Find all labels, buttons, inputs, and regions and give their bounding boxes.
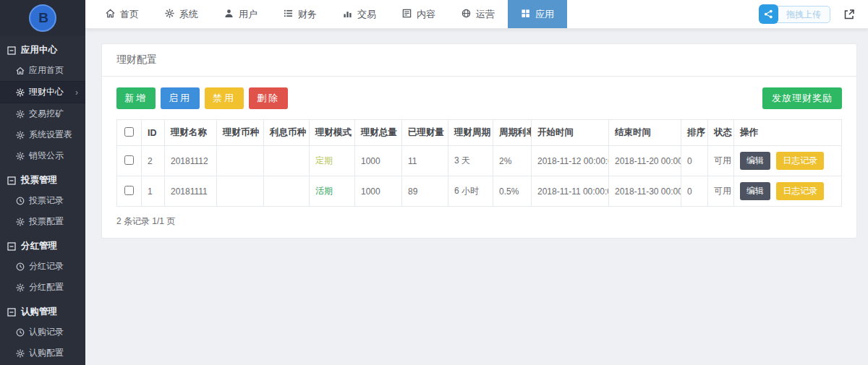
cell-status: 可用 [708, 146, 734, 176]
table-header-row: ID 理财名称 理财币种 利息币种 理财模式 理财总量 已理财量 理财周期 周期… [117, 120, 842, 146]
gear-icon [16, 152, 25, 160]
sidebar-item-dividend-records[interactable]: 分红记录 [0, 256, 85, 277]
col-actions: 操作 [734, 120, 842, 146]
toolbar: 新增 启用 禁用 删除 发放理财奖励 [116, 87, 842, 109]
col-mode: 理财模式 [310, 120, 355, 146]
tab-system[interactable]: 系统 [152, 0, 211, 28]
col-status: 状态 [708, 120, 734, 146]
grid-icon [521, 9, 530, 20]
brand-logo[interactable]: B [0, 0, 85, 36]
col-sort: 排序 [681, 120, 708, 146]
col-id: ID [142, 120, 165, 146]
edit-button[interactable]: 编辑 [740, 182, 770, 200]
tab-operation[interactable]: 运营 [448, 0, 508, 28]
row-checkbox-cell [117, 176, 142, 207]
cell-period: 6 小时 [448, 176, 493, 207]
brand-logo-icon: B [29, 4, 56, 32]
sidebar-item-finance-center[interactable]: 理财中心 › [0, 81, 85, 103]
cell-invested: 11 [402, 146, 448, 176]
cell-end-time: 2018-11-30 00:00:00 [609, 176, 681, 207]
upload-control: 拖拽上传 [770, 6, 830, 23]
sidebar-section-app-center[interactable]: 应用中心 [0, 36, 85, 60]
tab-users[interactable]: 用户 [211, 0, 271, 28]
globe-icon [461, 9, 471, 20]
sidebar-item-subscription-records[interactable]: 认购记录 [0, 322, 85, 343]
cell-invested: 89 [402, 176, 448, 207]
edit-button[interactable]: 编辑 [740, 152, 770, 170]
tab-home[interactable]: 首页 [93, 0, 152, 28]
row-checkbox[interactable] [124, 186, 134, 195]
cell-total: 1000 [355, 146, 402, 176]
distribute-reward-button[interactable]: 发放理财奖励 [762, 87, 842, 109]
cell-name: 20181112 [165, 146, 217, 176]
top-nav: 首页 系统 用户 财务 交易 内容 运营 应用 [85, 0, 868, 29]
share-nodes-icon[interactable] [759, 4, 778, 24]
sidebar-item-dividend-config[interactable]: 分红配置 [0, 277, 85, 298]
delete-button[interactable]: 删除 [249, 87, 288, 109]
finance-config-panel: 理财配置 新增 启用 禁用 删除 发放理财奖励 ID 理财名称 理财币种 利息币… [101, 43, 857, 239]
sidebar-item-label: 应用首页 [29, 64, 64, 77]
tab-trade[interactable]: 交易 [330, 0, 389, 28]
sidebar-item-label: 分红记录 [29, 260, 64, 272]
sidebar-item-label: 投票记录 [29, 194, 64, 207]
log-record-button[interactable]: 日志记录 [776, 182, 824, 200]
cell-id: 1 [142, 176, 165, 207]
gear-icon [16, 88, 25, 97]
gear-icon [16, 349, 25, 358]
tab-finance[interactable]: 财务 [271, 0, 330, 28]
sidebar-item-label: 认购配置 [29, 347, 64, 359]
external-link-icon[interactable] [841, 6, 858, 23]
disable-button[interactable]: 禁用 [205, 87, 244, 109]
sidebar-item-app-home[interactable]: 应用首页 [0, 60, 85, 81]
cell-end-time: 2018-11-20 00:00:00 [609, 146, 681, 176]
drag-upload-button[interactable]: 拖拽上传 [770, 6, 830, 23]
table-row: 2 20181112 定期 1000 11 3 天 2% 2018-11-12 … [117, 146, 842, 176]
tab-label: 首页 [120, 8, 139, 21]
user-icon [224, 9, 234, 20]
history-icon [16, 262, 25, 271]
tab-label: 运营 [476, 8, 495, 21]
sidebar-item-destroy-notice[interactable]: 销毁公示 [0, 145, 85, 166]
cell-start-time: 2018-11-12 00:00:00 [532, 146, 609, 176]
tab-content[interactable]: 内容 [389, 0, 448, 28]
sidebar-item-label: 理财中心 [29, 86, 64, 98]
select-all-checkbox[interactable] [124, 127, 134, 137]
tab-label: 内容 [417, 8, 435, 21]
cell-status: 可用 [708, 176, 734, 207]
sidebar-item-label: 投票配置 [29, 215, 64, 228]
col-total: 理财总量 [355, 120, 402, 146]
add-button[interactable]: 新增 [116, 87, 156, 109]
sidebar-item-trade-mining[interactable]: 交易挖矿 [0, 103, 85, 124]
gear-icon [16, 110, 25, 119]
top-nav-tabs: 首页 系统 用户 财务 交易 内容 运营 应用 [93, 0, 567, 28]
section-title: 应用中心 [21, 44, 57, 56]
cell-sort: 0 [681, 146, 708, 176]
brand-letter: B [38, 10, 47, 26]
cell-interest-coin [264, 146, 310, 176]
row-checkbox[interactable] [124, 155, 134, 165]
enable-button[interactable]: 启用 [161, 87, 200, 109]
sidebar-item-vote-config[interactable]: 投票配置 [0, 211, 85, 232]
sidebar-section-vote[interactable]: 投票管理 [0, 166, 85, 190]
log-record-button[interactable]: 日志记录 [776, 152, 824, 170]
main-content: 理财配置 新增 启用 禁用 删除 发放理财奖励 ID 理财名称 理财币种 利息币… [85, 29, 868, 365]
gear-icon [16, 218, 25, 226]
sidebar-item-vote-records[interactable]: 投票记录 [0, 190, 85, 211]
cell-actions: 编辑 日志记录 [734, 176, 842, 207]
col-period: 理财周期 [448, 120, 493, 146]
section-title: 认购管理 [21, 306, 57, 318]
cell-coin [217, 146, 264, 176]
home-icon [106, 9, 115, 20]
gear-icon [16, 131, 25, 139]
sidebar-item-label: 分红配置 [29, 281, 64, 293]
sidebar-section-dividend[interactable]: 分红管理 [0, 232, 85, 256]
nav-right-tools: 拖拽上传 [770, 0, 868, 28]
col-end-time: 结束时间 [609, 120, 681, 146]
history-icon [16, 197, 25, 205]
col-coin: 理财币种 [217, 120, 264, 146]
sidebar-section-subscription[interactable]: 认购管理 [0, 298, 85, 322]
tab-apps[interactable]: 应用 [508, 0, 567, 28]
sidebar-item-subscription-config[interactable]: 认购配置 [0, 343, 85, 364]
section-title: 分红管理 [21, 240, 57, 252]
sidebar-item-system-settings[interactable]: 系统设置表 [0, 124, 85, 145]
